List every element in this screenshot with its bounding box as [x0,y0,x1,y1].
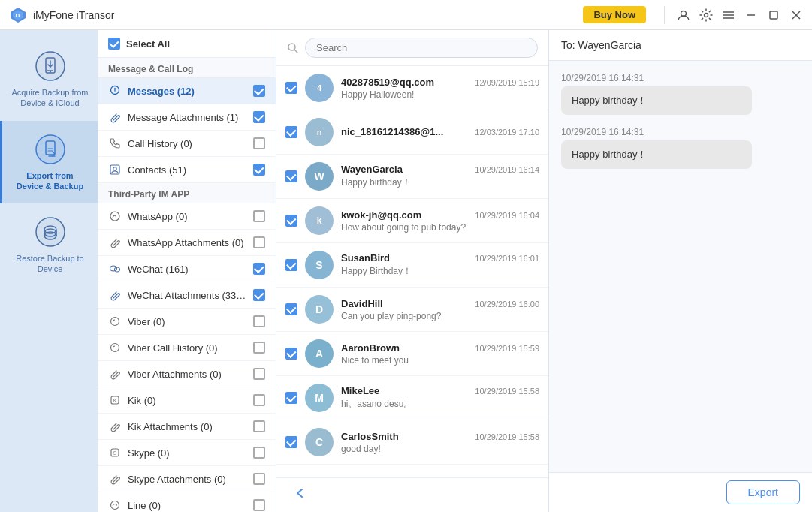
viber-call-label: Viber Call History (0) [128,342,247,354]
msg6-checkbox[interactable] [285,303,297,315]
sidebar-item-acquire[interactable]: Acquire Backup fromDevice & iCloud [0,38,98,121]
msg1-avatar: 4 [305,74,334,102]
panel-item-kik[interactable]: K Kik (0) [98,387,276,414]
message-item-6[interactable]: D DavidHill 10/29/2019 16:00 Can you pla… [276,288,548,332]
panel-item-viber-call[interactable]: Viber Call History (0) [98,335,276,361]
contacts-checkbox[interactable] [253,164,265,176]
line-checkbox[interactable] [253,499,265,511]
msg9-avatar: C [305,428,334,456]
svg-point-31 [110,212,119,221]
export-button[interactable]: Export [726,480,800,504]
msg-attachments-icon [108,110,122,124]
msg3-preview: Happy birthday！ [341,176,539,189]
skype-checkbox[interactable] [253,447,265,459]
message-item-3[interactable]: W WayenGarcia 10/29/2019 16:14 Happy bir… [276,155,548,199]
panel-item-kik-att[interactable]: Kik Attachments (0) [98,414,276,440]
select-all-row[interactable]: Select All [98,30,276,58]
panel: Select All Message & Call Log Messages (… [98,30,276,512]
panel-item-whatsapp[interactable]: WhatsApp (0) [98,203,276,230]
call-history-icon [108,137,122,150]
panel-item-viber[interactable]: Viber (0) [98,309,276,335]
msg6-content: DavidHill 10/29/2019 16:00 Can you play … [341,298,539,321]
msg8-content: MikeLee 10/29/2019 15:58 hi。asano desu。 [341,385,539,411]
nav-back-button[interactable] [287,484,314,506]
select-all-label: Select All [126,38,170,50]
kik-att-checkbox[interactable] [253,420,265,432]
msg5-checkbox[interactable] [285,259,297,271]
panel-item-viber-att[interactable]: Viber Attachments (0) [98,361,276,387]
whatsapp-att-checkbox[interactable] [253,236,265,248]
chat-footer: Export [549,472,812,512]
message-item-9[interactable]: C CarlosSmith 10/29/2019 15:58 good day! [276,420,548,465]
msg9-checkbox[interactable] [285,436,297,448]
panel-item-wechat[interactable]: WeChat (161) [98,256,276,282]
panel-item-line[interactable]: Line (0) [98,492,276,512]
account-icon[interactable] [675,7,692,23]
msg4-time: 10/29/2019 16:04 [475,211,539,220]
restore-label: Restore Backup toDevice [16,253,84,275]
messages-label: Messages (12) [128,86,247,97]
wechat-att-checkbox[interactable] [253,289,265,301]
whatsapp-checkbox[interactable] [253,210,265,222]
call-history-checkbox[interactable] [253,137,265,149]
select-all-checkbox[interactable] [108,38,120,50]
maximize-button[interactable] [765,7,782,23]
msg6-name: DavidHill [341,298,383,309]
message-list: 4 402878519@qq.com 12/09/2019 15:19 Happ… [276,30,549,512]
msg3-checkbox[interactable] [285,170,297,182]
msg9-content: CarlosSmith 10/29/2019 15:58 good day! [341,431,539,454]
message-items: 4 402878519@qq.com 12/09/2019 15:19 Happ… [276,66,548,477]
svg-point-17 [36,135,65,164]
msg3-avatar: W [305,162,334,191]
panel-item-contacts[interactable]: Contacts (51) [98,157,276,183]
chat-header: To: WayenGarcia [549,30,812,61]
chat-to-label: To: [561,39,578,51]
line-label: Line (0) [128,500,247,511]
viber-att-checkbox[interactable] [253,368,265,380]
menu-icon[interactable] [720,7,737,23]
section-header-message: Message & Call Log [98,58,276,78]
panel-item-wechat-att[interactable]: WeChat Attachments (33… [98,282,276,309]
message-item-8[interactable]: M MikeLee 10/29/2019 15:58 hi。asano desu… [276,376,548,420]
message-item-2[interactable]: n nic_18161214386@1... 12/03/2019 17:10 [276,110,548,155]
message-item-5[interactable]: S SusanBird 10/29/2019 16:01 Happy Birth… [276,243,548,288]
viber-checkbox[interactable] [253,315,265,327]
msg7-checkbox[interactable] [285,348,297,360]
msg3-content: WayenGarcia 10/29/2019 16:14 Happy birth… [341,164,539,189]
msg1-checkbox[interactable] [285,82,297,94]
kik-checkbox[interactable] [253,394,265,406]
sidebar-item-restore[interactable]: Restore Backup toDevice [0,203,98,287]
svg-point-32 [110,266,117,271]
close-button[interactable] [788,7,804,23]
settings-icon[interactable] [698,7,714,23]
wechat-checkbox[interactable] [253,263,265,275]
skype-att-checkbox[interactable] [253,473,265,485]
export-icon [34,133,67,166]
panel-item-skype-att[interactable]: Skype Attachments (0) [98,466,276,492]
message-item-7[interactable]: A AaronBrown 10/29/2019 15:59 Nice to me… [276,332,548,376]
msg1-preview: Happy Halloween! [341,89,539,100]
buy-now-button[interactable]: Buy Now [583,6,646,23]
whatsapp-icon [108,209,122,223]
panel-item-call-history[interactable]: Call History (0) [98,131,276,157]
messages-checkbox[interactable] [253,85,265,97]
viber-call-checkbox[interactable] [253,342,265,354]
minimize-button[interactable] [743,7,759,23]
message-item-4[interactable]: k kwok-jh@qq.com 10/29/2019 16:04 How ab… [276,199,548,243]
panel-item-messages[interactable]: Messages (12) [98,78,276,104]
msg-attachments-checkbox[interactable] [253,111,265,123]
panel-item-msg-attachments[interactable]: Message Attachments (1) [98,104,276,131]
msg4-checkbox[interactable] [285,215,297,227]
titlebar: iT iMyFone iTransor Buy Now [0,0,812,30]
sidebar-item-export[interactable]: Export fromDevice & Backup [0,121,98,204]
message-item-1[interactable]: 4 402878519@qq.com 12/09/2019 15:19 Happ… [276,66,548,110]
msg8-checkbox[interactable] [285,392,297,404]
panel-item-skype[interactable]: S Skype (0) [98,440,276,466]
msg2-checkbox[interactable] [285,126,297,138]
search-input[interactable] [305,38,538,58]
panel-item-whatsapp-att[interactable]: WhatsApp Attachments (0) [98,230,276,256]
msg-attachments-label: Message Attachments (1) [128,112,247,123]
kik-att-label: Kik Attachments (0) [128,421,247,432]
contacts-label: Contacts (51) [128,164,247,176]
msg9-name: CarlosSmith [341,431,399,442]
